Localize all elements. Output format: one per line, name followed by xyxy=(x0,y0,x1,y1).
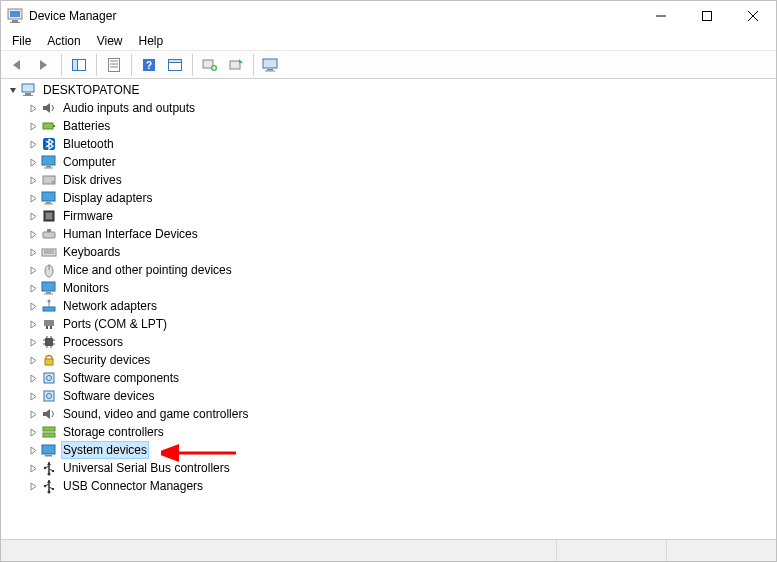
tree-item[interactable]: Batteries xyxy=(1,117,776,135)
expand-icon[interactable] xyxy=(25,212,41,221)
expand-icon[interactable] xyxy=(25,194,41,203)
tree-item[interactable]: Network adapters xyxy=(1,297,776,315)
tree-item[interactable]: Monitors xyxy=(1,279,776,297)
tree-item-label: Firmware xyxy=(61,207,115,225)
scan-hardware-button[interactable] xyxy=(198,53,222,77)
svg-point-34 xyxy=(52,181,54,183)
computer-icon xyxy=(21,82,37,98)
forward-button[interactable] xyxy=(32,53,56,77)
show-hide-tree-button[interactable] xyxy=(67,53,91,77)
svg-rect-3 xyxy=(10,22,20,23)
expand-icon[interactable] xyxy=(25,446,41,455)
svg-rect-10 xyxy=(109,58,120,71)
expand-icon[interactable] xyxy=(25,266,41,275)
port-icon xyxy=(41,316,57,332)
svg-text:?: ? xyxy=(146,60,152,71)
svg-rect-39 xyxy=(46,213,52,219)
expand-icon[interactable] xyxy=(25,104,41,113)
tree-item[interactable]: System devices xyxy=(1,441,776,459)
menu-action[interactable]: Action xyxy=(40,32,87,50)
close-button[interactable] xyxy=(730,1,776,31)
minimize-button[interactable] xyxy=(638,1,684,31)
svg-rect-70 xyxy=(43,427,55,431)
svg-rect-27 xyxy=(43,123,53,129)
svg-rect-53 xyxy=(44,320,54,326)
expand-icon[interactable] xyxy=(25,302,41,311)
svg-rect-26 xyxy=(23,95,33,96)
svg-rect-5 xyxy=(703,12,712,21)
tree-item[interactable]: Universal Serial Bus controllers xyxy=(1,459,776,477)
svg-point-78 xyxy=(44,485,46,487)
tree-item[interactable]: Mice and other pointing devices xyxy=(1,261,776,279)
tree-item[interactable]: Software components xyxy=(1,369,776,387)
speaker-icon xyxy=(41,100,57,116)
tree-item[interactable]: Processors xyxy=(1,333,776,351)
tree-item[interactable]: Display adapters xyxy=(1,189,776,207)
add-legacy-hardware-button[interactable] xyxy=(224,53,248,77)
expand-icon[interactable] xyxy=(25,392,41,401)
back-button[interactable] xyxy=(6,53,30,77)
network-icon xyxy=(41,298,57,314)
collapse-icon[interactable] xyxy=(5,86,21,95)
tree-item-label: Ports (COM & LPT) xyxy=(61,315,169,333)
expand-icon[interactable] xyxy=(25,158,41,167)
tree-item[interactable]: Computer xyxy=(1,153,776,171)
svg-rect-35 xyxy=(42,192,55,201)
menu-view[interactable]: View xyxy=(90,32,130,50)
tree-item[interactable]: Keyboards xyxy=(1,243,776,261)
svg-point-75 xyxy=(44,467,46,469)
expand-icon[interactable] xyxy=(25,356,41,365)
tree-item[interactable]: Security devices xyxy=(1,351,776,369)
devices-pc-button[interactable] xyxy=(259,53,283,77)
device-tree[interactable]: DESKTOPATONE Audio inputs and outputsBat… xyxy=(1,79,776,539)
expand-icon[interactable] xyxy=(25,338,41,347)
expand-icon[interactable] xyxy=(25,464,41,473)
tree-item[interactable]: Software devices xyxy=(1,387,776,405)
expand-icon[interactable] xyxy=(25,428,41,437)
tree-item[interactable]: Audio inputs and outputs xyxy=(1,99,776,117)
storage-icon xyxy=(41,424,57,440)
tree-item-label: System devices xyxy=(61,441,149,459)
expand-icon[interactable] xyxy=(25,410,41,419)
expand-icon[interactable] xyxy=(25,482,41,491)
svg-rect-20 xyxy=(230,61,240,69)
svg-rect-25 xyxy=(25,93,31,95)
tree-item-label: Audio inputs and outputs xyxy=(61,99,197,117)
expand-icon[interactable] xyxy=(25,320,41,329)
tree-item[interactable]: Ports (COM & LPT) xyxy=(1,315,776,333)
toolbar-separator xyxy=(131,54,132,76)
tree-root[interactable]: DESKTOPATONE xyxy=(1,81,776,99)
svg-rect-2 xyxy=(12,20,18,22)
tree-item[interactable]: USB Connector Managers xyxy=(1,477,776,495)
properties-button[interactable] xyxy=(102,53,126,77)
software-icon xyxy=(41,370,57,386)
help-button[interactable]: ? xyxy=(137,53,161,77)
svg-rect-73 xyxy=(45,455,52,457)
tree-item[interactable]: Disk drives xyxy=(1,171,776,189)
toolbar-separator xyxy=(96,54,97,76)
expand-icon[interactable] xyxy=(25,374,41,383)
expand-icon[interactable] xyxy=(25,140,41,149)
tree-item-label: Computer xyxy=(61,153,118,171)
tree-item[interactable]: Human Interface Devices xyxy=(1,225,776,243)
tree-item-label: Security devices xyxy=(61,351,152,369)
monitor-icon xyxy=(41,154,57,170)
tree-item[interactable]: Firmware xyxy=(1,207,776,225)
monitor-icon xyxy=(41,190,57,206)
tree-item[interactable]: Sound, video and game controllers xyxy=(1,405,776,423)
tree-item[interactable]: Bluetooth xyxy=(1,135,776,153)
tree-item-label: Mice and other pointing devices xyxy=(61,261,234,279)
svg-rect-55 xyxy=(50,326,52,329)
tree-item[interactable]: Storage controllers xyxy=(1,423,776,441)
expand-icon[interactable] xyxy=(25,230,41,239)
toolbar-panel-button[interactable] xyxy=(163,53,187,77)
expand-icon[interactable] xyxy=(25,248,41,257)
expand-icon[interactable] xyxy=(25,284,41,293)
expand-icon[interactable] xyxy=(25,176,41,185)
expand-icon[interactable] xyxy=(25,122,41,131)
menu-file[interactable]: File xyxy=(5,32,38,50)
maximize-button[interactable] xyxy=(684,1,730,31)
svg-rect-50 xyxy=(43,307,55,311)
menu-help[interactable]: Help xyxy=(132,32,171,50)
svg-rect-24 xyxy=(22,84,34,92)
